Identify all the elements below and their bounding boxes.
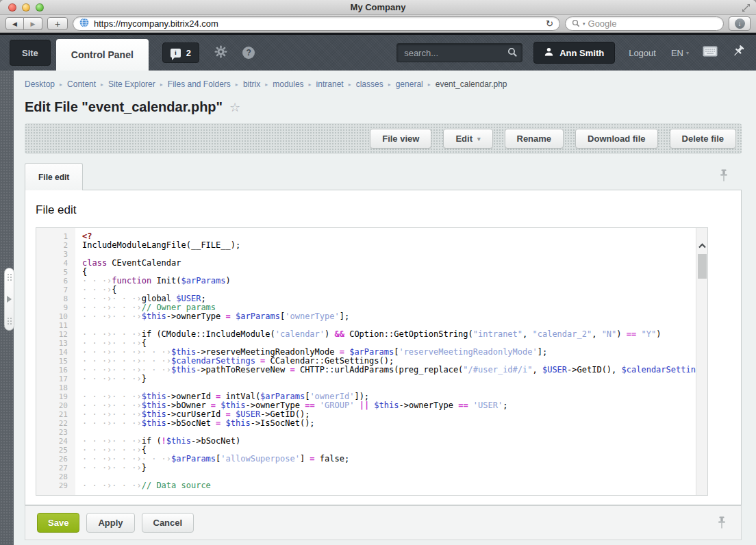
save-button[interactable]: Save bbox=[37, 513, 79, 533]
file-view-button[interactable]: File view bbox=[370, 129, 431, 149]
code-line[interactable]: 22· · ·›· · ·›$this->bSocNet = $this->Is… bbox=[36, 419, 707, 428]
expand-arrow-icon bbox=[7, 296, 15, 303]
cancel-button[interactable]: Cancel bbox=[142, 513, 194, 533]
zoom-window-button[interactable] bbox=[36, 3, 44, 12]
chevron-down-icon: ▾ bbox=[686, 50, 689, 56]
code-text: · · ·›· · ·›$this->bSocNet = $this->IsSo… bbox=[75, 419, 315, 428]
language-label: EN bbox=[671, 48, 683, 58]
downloads-button[interactable]: ↓ bbox=[729, 16, 751, 31]
line-number: 11 bbox=[36, 321, 75, 330]
code-line[interactable]: 4class CEventCalendar bbox=[36, 259, 707, 268]
tab-site[interactable]: Site bbox=[10, 40, 51, 66]
help-icon[interactable]: ? bbox=[242, 47, 255, 59]
web-search-field[interactable]: ▾ Google bbox=[565, 16, 724, 31]
code-line[interactable]: 29· · ·›· · ·›// Data source bbox=[36, 481, 707, 490]
code-line[interactable]: 10· · ·›· · ·›$this->ownerType = $arPara… bbox=[36, 312, 707, 321]
search-input[interactable] bbox=[396, 43, 522, 62]
button-label: Edit bbox=[455, 134, 473, 144]
line-number: 6 bbox=[36, 277, 75, 286]
language-selector[interactable]: EN ▾ bbox=[671, 48, 689, 58]
tab-control-panel-label: Control Panel bbox=[71, 49, 134, 60]
main-content: Desktop▸Content▸Site Explorer▸Files and … bbox=[14, 71, 756, 540]
breadcrumb-item[interactable]: Files and Folders bbox=[168, 79, 231, 89]
breadcrumb-item[interactable]: intranet bbox=[316, 79, 344, 89]
nav-buttons: ◀ ▶ bbox=[5, 17, 42, 30]
user-menu-button[interactable]: Ann Smith bbox=[533, 42, 615, 64]
browser-toolbar: ◀ ▶ + https://mycompany.bitrix24.com ↻ ▾… bbox=[0, 15, 756, 33]
line-number: 20 bbox=[36, 401, 75, 410]
action-toolbar: File viewEdit▾RenameDownload fileDelete … bbox=[25, 123, 742, 154]
resize-icon[interactable] bbox=[742, 3, 751, 15]
line-number: 22 bbox=[36, 419, 75, 428]
scroll-up-icon[interactable] bbox=[698, 239, 706, 251]
logout-link[interactable]: Logout bbox=[629, 48, 656, 58]
breadcrumb-item[interactable]: modules bbox=[273, 79, 303, 89]
breadcrumb-separator-icon: ▸ bbox=[236, 81, 238, 88]
header-tabs: Site Control Panel bbox=[10, 35, 149, 71]
tab-file-edit-label: File edit bbox=[38, 173, 69, 182]
code-line[interactable]: 17· · ·›· · ·›} bbox=[36, 375, 707, 383]
editor-scrollbar[interactable] bbox=[696, 228, 707, 495]
apply-button[interactable]: Apply bbox=[86, 513, 134, 533]
forward-button[interactable]: ▶ bbox=[24, 17, 42, 30]
pin-icon[interactable] bbox=[718, 169, 729, 185]
rename-button[interactable]: Rename bbox=[505, 129, 564, 149]
page-title-row: Edit File "event_calendar.php" ☆ bbox=[25, 97, 742, 123]
sidebar-expand-handle[interactable] bbox=[4, 268, 14, 331]
back-button[interactable]: ◀ bbox=[5, 17, 24, 30]
tab-file-edit[interactable]: File edit bbox=[25, 163, 83, 190]
line-number: 14 bbox=[36, 348, 75, 357]
code-editor[interactable]: 1<?2IncludeModuleLangFile(__FILE__);34cl… bbox=[36, 227, 708, 496]
minimize-window-button[interactable] bbox=[22, 3, 30, 12]
close-window-button[interactable] bbox=[8, 3, 16, 12]
search-icon bbox=[572, 18, 580, 30]
edit-button[interactable]: Edit▾ bbox=[443, 129, 492, 149]
breadcrumb-item[interactable]: Site Explorer bbox=[108, 79, 155, 89]
download-file-button[interactable]: Download file bbox=[575, 129, 658, 149]
code-line[interactable]: 27· · ·›· · ·›} bbox=[36, 464, 707, 472]
breadcrumb-item[interactable]: Desktop bbox=[25, 79, 55, 89]
line-number: 28 bbox=[36, 472, 75, 481]
breadcrumb-item[interactable]: classes bbox=[356, 79, 383, 89]
titlebar: My Company bbox=[0, 0, 756, 15]
line-number: 7 bbox=[36, 286, 75, 294]
code-text bbox=[75, 472, 82, 481]
address-bar[interactable]: https://mycompany.bitrix24.com ↻ bbox=[73, 16, 560, 31]
line-number: 3 bbox=[36, 250, 75, 259]
tab-control-panel[interactable]: Control Panel bbox=[56, 39, 149, 71]
pin-icon[interactable] bbox=[731, 45, 745, 61]
line-number: 13 bbox=[36, 339, 75, 348]
line-number: 24 bbox=[36, 437, 75, 446]
reload-icon[interactable]: ↻ bbox=[546, 18, 553, 29]
breadcrumb: Desktop▸Content▸Site Explorer▸Files and … bbox=[25, 71, 742, 97]
breadcrumb-separator-icon: ▸ bbox=[388, 81, 391, 88]
pin-icon[interactable] bbox=[716, 516, 727, 532]
form-footer: Save Apply Cancel bbox=[25, 505, 742, 540]
line-number: 12 bbox=[36, 330, 75, 339]
code-text: · · ·›· · ·›$this->ownerType = $arParams… bbox=[75, 312, 349, 321]
code-pane: 1<?2IncludeModuleLangFile(__FILE__);34cl… bbox=[36, 228, 707, 490]
code-text: IncludeModuleLangFile(__FILE__); bbox=[75, 241, 240, 250]
breadcrumb-item[interactable]: bitrix bbox=[243, 79, 260, 89]
favorite-star-icon[interactable]: ☆ bbox=[229, 100, 240, 115]
info-bubble-icon: i bbox=[171, 49, 181, 58]
code-text: · · ·›· · ·›// Data source bbox=[75, 481, 211, 490]
breadcrumb-separator-icon: ▸ bbox=[428, 81, 431, 88]
delete-file-button[interactable]: Delete file bbox=[670, 129, 736, 149]
button-label: Rename bbox=[517, 134, 552, 144]
keyboard-icon[interactable] bbox=[703, 46, 718, 60]
line-number: 19 bbox=[36, 392, 75, 401]
new-tab-button[interactable]: + bbox=[47, 17, 68, 30]
code-text bbox=[75, 321, 82, 330]
breadcrumb-item[interactable]: Content bbox=[67, 79, 96, 89]
line-number: 25 bbox=[36, 446, 75, 455]
gear-icon[interactable] bbox=[214, 45, 227, 61]
line-number: 23 bbox=[36, 428, 75, 437]
scrollbar-thumb[interactable] bbox=[698, 254, 707, 279]
code-line[interactable]: 6· · ·›function Init($arParams) bbox=[36, 277, 707, 286]
notifications-button[interactable]: i 2 bbox=[162, 42, 199, 63]
breadcrumb-item[interactable]: general bbox=[396, 79, 423, 89]
line-number: 18 bbox=[36, 383, 75, 392]
code-line[interactable]: 2IncludeModuleLangFile(__FILE__); bbox=[36, 241, 707, 250]
line-number: 1 bbox=[36, 232, 75, 241]
